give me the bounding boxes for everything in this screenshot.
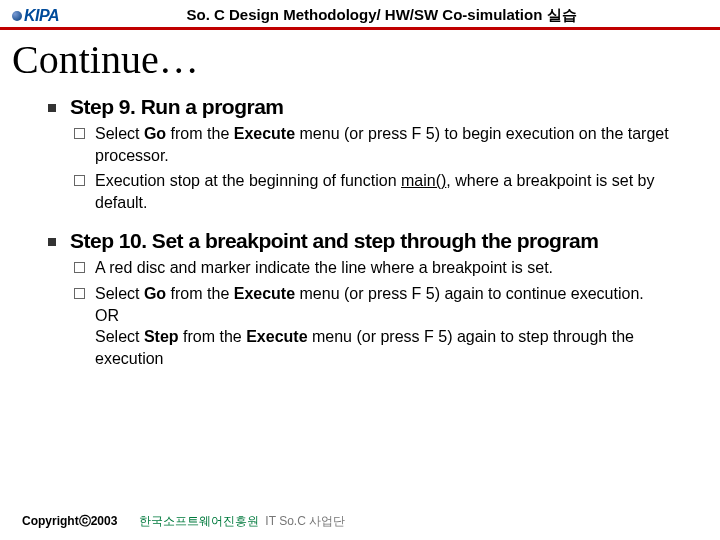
list-item: Select Go from the Execute menu (or pres…	[74, 283, 690, 369]
header-bar: KIPA So. C Design Methodology/ HW/SW Co-…	[0, 0, 720, 30]
sub-text: Select Go from the Execute menu (or pres…	[95, 123, 690, 166]
logo-text: KIPA	[24, 7, 59, 25]
sub-text: Execution stop at the beginning of funct…	[95, 170, 690, 213]
footer-org: 한국소프트웨어진흥원	[139, 513, 259, 530]
header-title: So. C Design Methodology/ HW/SW Co-simul…	[59, 6, 704, 25]
step-10-subitems: A red disc and marker indicate the line …	[48, 257, 690, 369]
bullet-square-icon	[48, 104, 56, 112]
step-10-heading: Step 10. Set a breakpoint and step throu…	[48, 229, 690, 253]
step-title: Step 9. Run a program	[70, 95, 284, 119]
sub-text: Select Go from the Execute menu (or pres…	[95, 283, 690, 369]
step-9-heading: Step 9. Run a program	[48, 95, 690, 119]
kipa-logo: KIPA	[12, 7, 59, 25]
step-9-subitems: Select Go from the Execute menu (or pres…	[48, 123, 690, 213]
bullet-open-box-icon	[74, 262, 85, 273]
logo-orb-icon	[12, 11, 22, 21]
footer-sub: IT So.C 사업단	[265, 513, 345, 530]
content-area: Step 9. Run a program Select Go from the…	[0, 95, 720, 369]
bullet-square-icon	[48, 238, 56, 246]
list-item: Select Go from the Execute menu (or pres…	[74, 123, 690, 166]
step-title: Step 10. Set a breakpoint and step throu…	[70, 229, 598, 253]
sub-text: A red disc and marker indicate the line …	[95, 257, 553, 279]
footer-bar: Copyrightⓒ2003 한국소프트웨어진흥원 IT So.C 사업단	[0, 513, 720, 530]
bullet-open-box-icon	[74, 288, 85, 299]
list-item: Execution stop at the beginning of funct…	[74, 170, 690, 213]
bullet-open-box-icon	[74, 128, 85, 139]
bullet-open-box-icon	[74, 175, 85, 186]
list-item: A red disc and marker indicate the line …	[74, 257, 690, 279]
copyright-text: Copyrightⓒ2003	[22, 513, 117, 530]
slide-title: Continue…	[0, 30, 720, 95]
